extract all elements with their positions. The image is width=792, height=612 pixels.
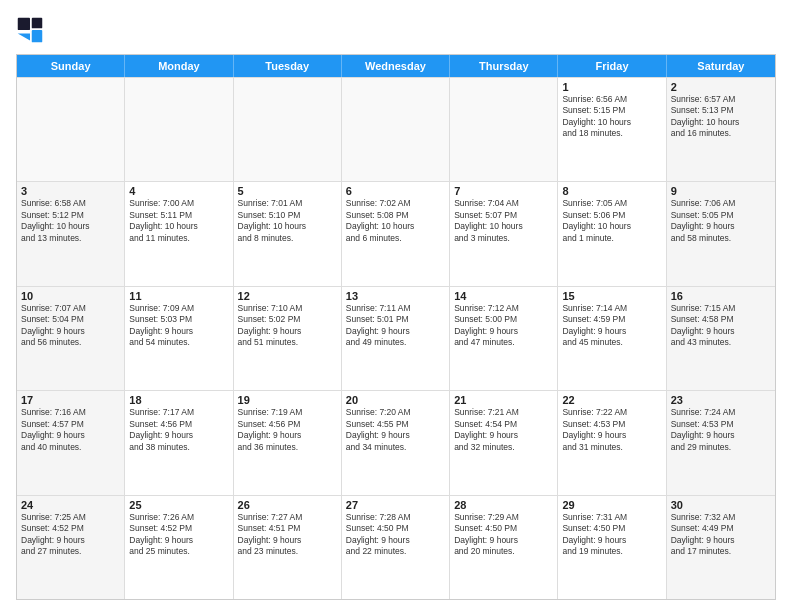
day-cell: 18Sunrise: 7:17 AM Sunset: 4:56 PM Dayli… xyxy=(125,391,233,494)
calendar-row: 24Sunrise: 7:25 AM Sunset: 4:52 PM Dayli… xyxy=(17,495,775,599)
day-cell: 8Sunrise: 7:05 AM Sunset: 5:06 PM Daylig… xyxy=(558,182,666,285)
empty-cell xyxy=(342,78,450,181)
day-info: Sunrise: 7:00 AM Sunset: 5:11 PM Dayligh… xyxy=(129,198,228,244)
empty-cell xyxy=(234,78,342,181)
day-cell: 9Sunrise: 7:06 AM Sunset: 5:05 PM Daylig… xyxy=(667,182,775,285)
day-cell: 19Sunrise: 7:19 AM Sunset: 4:56 PM Dayli… xyxy=(234,391,342,494)
day-cell: 5Sunrise: 7:01 AM Sunset: 5:10 PM Daylig… xyxy=(234,182,342,285)
weekday-header: Friday xyxy=(558,55,666,77)
day-cell: 1Sunrise: 6:56 AM Sunset: 5:15 PM Daylig… xyxy=(558,78,666,181)
day-info: Sunrise: 6:57 AM Sunset: 5:13 PM Dayligh… xyxy=(671,94,771,140)
day-info: Sunrise: 7:01 AM Sunset: 5:10 PM Dayligh… xyxy=(238,198,337,244)
logo-icon xyxy=(16,16,44,44)
day-cell: 21Sunrise: 7:21 AM Sunset: 4:54 PM Dayli… xyxy=(450,391,558,494)
day-number: 28 xyxy=(454,499,553,511)
empty-cell xyxy=(125,78,233,181)
day-number: 11 xyxy=(129,290,228,302)
day-cell: 16Sunrise: 7:15 AM Sunset: 4:58 PM Dayli… xyxy=(667,287,775,390)
day-cell: 11Sunrise: 7:09 AM Sunset: 5:03 PM Dayli… xyxy=(125,287,233,390)
day-info: Sunrise: 7:29 AM Sunset: 4:50 PM Dayligh… xyxy=(454,512,553,558)
day-number: 21 xyxy=(454,394,553,406)
day-info: Sunrise: 7:05 AM Sunset: 5:06 PM Dayligh… xyxy=(562,198,661,244)
day-number: 22 xyxy=(562,394,661,406)
logo xyxy=(16,16,48,44)
day-cell: 14Sunrise: 7:12 AM Sunset: 5:00 PM Dayli… xyxy=(450,287,558,390)
day-info: Sunrise: 7:12 AM Sunset: 5:00 PM Dayligh… xyxy=(454,303,553,349)
day-number: 12 xyxy=(238,290,337,302)
day-number: 24 xyxy=(21,499,120,511)
day-cell: 3Sunrise: 6:58 AM Sunset: 5:12 PM Daylig… xyxy=(17,182,125,285)
weekday-header: Monday xyxy=(125,55,233,77)
calendar-body: 1Sunrise: 6:56 AM Sunset: 5:15 PM Daylig… xyxy=(17,77,775,599)
day-number: 16 xyxy=(671,290,771,302)
weekday-header: Sunday xyxy=(17,55,125,77)
day-number: 8 xyxy=(562,185,661,197)
day-cell: 17Sunrise: 7:16 AM Sunset: 4:57 PM Dayli… xyxy=(17,391,125,494)
day-number: 10 xyxy=(21,290,120,302)
day-info: Sunrise: 7:21 AM Sunset: 4:54 PM Dayligh… xyxy=(454,407,553,453)
day-info: Sunrise: 7:11 AM Sunset: 5:01 PM Dayligh… xyxy=(346,303,445,349)
day-info: Sunrise: 7:17 AM Sunset: 4:56 PM Dayligh… xyxy=(129,407,228,453)
day-info: Sunrise: 7:28 AM Sunset: 4:50 PM Dayligh… xyxy=(346,512,445,558)
empty-cell xyxy=(17,78,125,181)
day-number: 23 xyxy=(671,394,771,406)
day-number: 9 xyxy=(671,185,771,197)
calendar-row: 10Sunrise: 7:07 AM Sunset: 5:04 PM Dayli… xyxy=(17,286,775,390)
day-number: 17 xyxy=(21,394,120,406)
empty-cell xyxy=(450,78,558,181)
day-info: Sunrise: 7:31 AM Sunset: 4:50 PM Dayligh… xyxy=(562,512,661,558)
day-cell: 2Sunrise: 6:57 AM Sunset: 5:13 PM Daylig… xyxy=(667,78,775,181)
day-info: Sunrise: 7:25 AM Sunset: 4:52 PM Dayligh… xyxy=(21,512,120,558)
day-number: 6 xyxy=(346,185,445,197)
day-cell: 12Sunrise: 7:10 AM Sunset: 5:02 PM Dayli… xyxy=(234,287,342,390)
day-info: Sunrise: 7:22 AM Sunset: 4:53 PM Dayligh… xyxy=(562,407,661,453)
day-cell: 23Sunrise: 7:24 AM Sunset: 4:53 PM Dayli… xyxy=(667,391,775,494)
calendar-row: 17Sunrise: 7:16 AM Sunset: 4:57 PM Dayli… xyxy=(17,390,775,494)
day-number: 25 xyxy=(129,499,228,511)
calendar-header-row: SundayMondayTuesdayWednesdayThursdayFrid… xyxy=(17,55,775,77)
day-info: Sunrise: 6:58 AM Sunset: 5:12 PM Dayligh… xyxy=(21,198,120,244)
day-cell: 22Sunrise: 7:22 AM Sunset: 4:53 PM Dayli… xyxy=(558,391,666,494)
day-cell: 15Sunrise: 7:14 AM Sunset: 4:59 PM Dayli… xyxy=(558,287,666,390)
day-number: 20 xyxy=(346,394,445,406)
day-number: 1 xyxy=(562,81,661,93)
day-number: 2 xyxy=(671,81,771,93)
day-info: Sunrise: 7:32 AM Sunset: 4:49 PM Dayligh… xyxy=(671,512,771,558)
day-cell: 4Sunrise: 7:00 AM Sunset: 5:11 PM Daylig… xyxy=(125,182,233,285)
day-cell: 30Sunrise: 7:32 AM Sunset: 4:49 PM Dayli… xyxy=(667,496,775,599)
day-cell: 28Sunrise: 7:29 AM Sunset: 4:50 PM Dayli… xyxy=(450,496,558,599)
day-number: 30 xyxy=(671,499,771,511)
day-info: Sunrise: 7:20 AM Sunset: 4:55 PM Dayligh… xyxy=(346,407,445,453)
day-info: Sunrise: 7:04 AM Sunset: 5:07 PM Dayligh… xyxy=(454,198,553,244)
day-cell: 29Sunrise: 7:31 AM Sunset: 4:50 PM Dayli… xyxy=(558,496,666,599)
calendar-row: 1Sunrise: 6:56 AM Sunset: 5:15 PM Daylig… xyxy=(17,77,775,181)
day-number: 7 xyxy=(454,185,553,197)
calendar-row: 3Sunrise: 6:58 AM Sunset: 5:12 PM Daylig… xyxy=(17,181,775,285)
day-info: Sunrise: 7:10 AM Sunset: 5:02 PM Dayligh… xyxy=(238,303,337,349)
day-number: 27 xyxy=(346,499,445,511)
day-info: Sunrise: 6:56 AM Sunset: 5:15 PM Dayligh… xyxy=(562,94,661,140)
day-number: 26 xyxy=(238,499,337,511)
page: SundayMondayTuesdayWednesdayThursdayFrid… xyxy=(0,0,792,612)
weekday-header: Thursday xyxy=(450,55,558,77)
day-number: 19 xyxy=(238,394,337,406)
day-cell: 26Sunrise: 7:27 AM Sunset: 4:51 PM Dayli… xyxy=(234,496,342,599)
day-cell: 25Sunrise: 7:26 AM Sunset: 4:52 PM Dayli… xyxy=(125,496,233,599)
day-cell: 24Sunrise: 7:25 AM Sunset: 4:52 PM Dayli… xyxy=(17,496,125,599)
day-cell: 7Sunrise: 7:04 AM Sunset: 5:07 PM Daylig… xyxy=(450,182,558,285)
svg-rect-1 xyxy=(32,18,43,29)
day-number: 5 xyxy=(238,185,337,197)
calendar: SundayMondayTuesdayWednesdayThursdayFrid… xyxy=(16,54,776,600)
day-info: Sunrise: 7:06 AM Sunset: 5:05 PM Dayligh… xyxy=(671,198,771,244)
day-info: Sunrise: 7:27 AM Sunset: 4:51 PM Dayligh… xyxy=(238,512,337,558)
header xyxy=(16,16,776,44)
day-info: Sunrise: 7:02 AM Sunset: 5:08 PM Dayligh… xyxy=(346,198,445,244)
svg-marker-2 xyxy=(18,34,30,41)
day-number: 29 xyxy=(562,499,661,511)
day-info: Sunrise: 7:15 AM Sunset: 4:58 PM Dayligh… xyxy=(671,303,771,349)
day-info: Sunrise: 7:09 AM Sunset: 5:03 PM Dayligh… xyxy=(129,303,228,349)
day-cell: 10Sunrise: 7:07 AM Sunset: 5:04 PM Dayli… xyxy=(17,287,125,390)
day-info: Sunrise: 7:26 AM Sunset: 4:52 PM Dayligh… xyxy=(129,512,228,558)
svg-rect-3 xyxy=(32,30,43,42)
day-number: 13 xyxy=(346,290,445,302)
